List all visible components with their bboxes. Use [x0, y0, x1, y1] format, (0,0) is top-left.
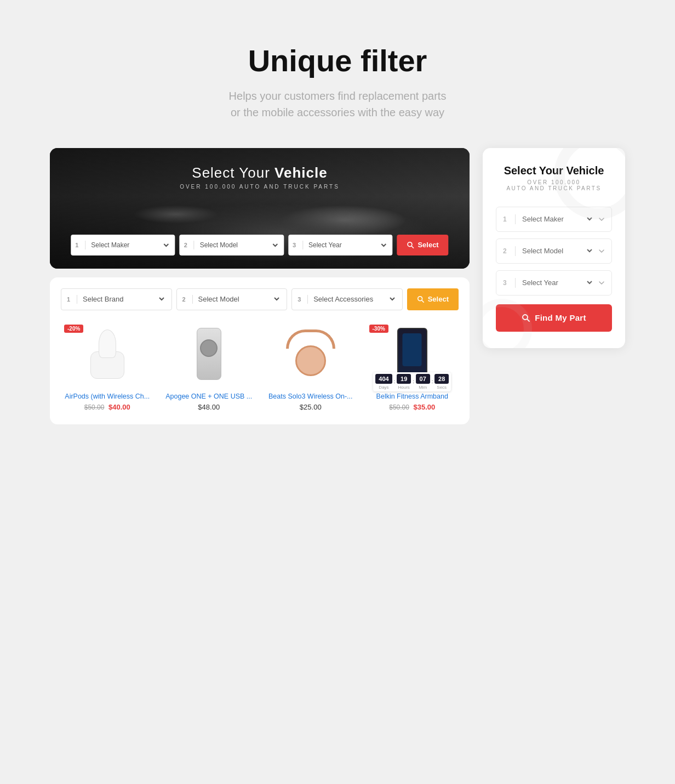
- timer-secs: 28 Secs: [434, 374, 449, 390]
- product-price-belkin: $50.00 $35.00: [366, 403, 459, 411]
- product-name-apogee: Apogee ONE + ONE USB ...: [163, 393, 256, 400]
- banner-model-num: 2: [184, 242, 191, 248]
- timer-days: 404 Days: [375, 374, 392, 390]
- banner-maker-select[interactable]: Select Maker: [89, 241, 170, 249]
- vehicle-banner-heading: Select Your Vehicle: [180, 164, 340, 181]
- svg-line-1: [411, 246, 414, 248]
- accessories-selects: 1 Select Brand 2 Select Model 3: [61, 288, 459, 310]
- card-maker-select[interactable]: Select Maker: [520, 214, 594, 224]
- product-name-airpods: AirPods (with Wireless Ch...: [61, 393, 154, 400]
- banner-year-wrapper: 3 Select Year: [288, 235, 392, 255]
- timer-hours: 19 Hours: [397, 374, 411, 390]
- acc-accessories-wrapper: 3 Select Accessories: [291, 288, 403, 310]
- card-year-row: 3 Select Year: [496, 270, 612, 296]
- acc-model-select[interactable]: Select Model: [196, 294, 282, 304]
- product-card-apogee[interactable]: Apogee ONE + ONE USB ... $48.00: [163, 321, 256, 411]
- vehicle-banner-sub: OVER 100.000 AUTO AND TRUCK PARTS: [180, 184, 340, 190]
- banner-search-icon: [407, 241, 414, 249]
- acc-brand-divider: [77, 295, 77, 304]
- acc-brand-num: 1: [67, 296, 73, 303]
- vehicle-banner-text: Select Your Vehicle OVER 100.000 AUTO AN…: [180, 164, 340, 190]
- card-model-row: 2 Select Model: [496, 238, 612, 264]
- card-model-select[interactable]: Select Model: [520, 246, 594, 255]
- timer-mins: 07 Mim: [416, 374, 430, 390]
- card-year-select[interactable]: Select Year: [520, 278, 594, 287]
- card-model-divider: [515, 246, 516, 256]
- acc-model-divider: [192, 295, 193, 304]
- svg-line-3: [421, 300, 424, 302]
- airpods-image: [85, 329, 129, 379]
- page-header: Unique filter Helps your customers find …: [229, 44, 447, 121]
- banner-year-num: 3: [293, 242, 299, 248]
- acc-brand-wrapper: 1 Select Brand: [61, 288, 172, 310]
- accessories-card: 1 Select Brand 2 Select Model 3: [50, 277, 470, 424]
- products-grid: -20% AirPods (with Wireless Ch... $50.00…: [61, 321, 459, 411]
- product-name-beats: Beats Solo3 Wireless On-...: [264, 393, 357, 400]
- apogee-image: [197, 328, 221, 380]
- vehicle-banner-selects: 1 Select Maker 2 Select Model 3: [71, 235, 448, 255]
- acc-accessories-select[interactable]: Select Accessories: [311, 294, 397, 304]
- acc-model-num: 2: [182, 296, 189, 303]
- timer-row: 404 Days : 19 Hours : 07 Mim: [373, 372, 451, 391]
- acc-model-wrapper: 2 Select Model: [176, 288, 288, 310]
- product-card-belkin[interactable]: -30% 404 Days : 19 Hours: [366, 321, 459, 411]
- banner-year-select[interactable]: Select Year: [306, 241, 388, 249]
- main-content: Select Your Vehicle OVER 100.000 AUTO AN…: [50, 148, 625, 424]
- acc-accessories-num: 3: [298, 296, 304, 303]
- vehicle-card-subtitle: OVER 100.000AUTO AND TRUCK PARTS: [496, 179, 612, 191]
- card-maker-divider: [515, 214, 516, 224]
- find-part-search-icon: [522, 314, 530, 322]
- product-img-belkin: 404 Days : 19 Hours : 07 Mim: [366, 321, 459, 387]
- card-maker-row: 1 Select Maker: [496, 207, 612, 232]
- banner-maker-num: 1: [75, 242, 82, 248]
- card-year-divider: [515, 278, 516, 288]
- product-img-beats: [264, 321, 357, 387]
- banner-model-select[interactable]: Select Model: [198, 241, 279, 249]
- banner-model-wrapper: 2 Select Model: [180, 235, 284, 255]
- right-column: Select Your Vehicle OVER 100.000AUTO AND…: [483, 148, 625, 348]
- product-price-airpods: $50.00 $40.00: [61, 403, 154, 411]
- find-part-button[interactable]: Find My Part: [496, 304, 612, 332]
- card-model-num: 2: [503, 247, 511, 255]
- product-price-apogee: $48.00: [163, 403, 256, 411]
- page-title: Unique filter: [229, 44, 447, 78]
- left-column: Select Your Vehicle OVER 100.000 AUTO AN…: [50, 148, 470, 424]
- product-card-beats[interactable]: Beats Solo3 Wireless On-... $25.00: [264, 321, 357, 411]
- acc-search-button[interactable]: Select: [407, 288, 459, 310]
- product-price-beats: $25.00: [264, 403, 357, 411]
- vehicle-selector-card: Select Your Vehicle OVER 100.000AUTO AND…: [483, 148, 625, 348]
- acc-brand-select[interactable]: Select Brand: [81, 294, 166, 304]
- acc-search-icon: [417, 296, 425, 303]
- product-badge-airpods: -20%: [64, 325, 83, 333]
- vehicle-card-title: Select Your Vehicle: [496, 164, 612, 177]
- product-card-airpods[interactable]: -20% AirPods (with Wireless Ch... $50.00…: [61, 321, 154, 411]
- banner-maker-wrapper: 1 Select Maker: [71, 235, 175, 255]
- banner-model-divider: [194, 241, 195, 249]
- page-subtitle: Helps your customers find replacement pa…: [229, 88, 447, 121]
- svg-point-4: [523, 315, 528, 320]
- vehicle-banner: Select Your Vehicle OVER 100.000 AUTO AN…: [50, 148, 470, 269]
- card-maker-chevron-icon: [598, 216, 605, 223]
- product-name-belkin: Belkin Fitness Armband: [366, 393, 459, 400]
- acc-accessories-divider: [307, 295, 308, 304]
- banner-year-divider: [302, 241, 303, 249]
- banner-search-button[interactable]: Select: [397, 235, 448, 255]
- card-model-chevron-icon: [598, 248, 605, 254]
- card-year-num: 3: [503, 279, 511, 287]
- beats-image: [284, 329, 336, 379]
- svg-line-5: [527, 319, 529, 321]
- card-maker-num: 1: [503, 215, 511, 223]
- banner-maker-divider: [85, 241, 85, 249]
- card-year-chevron-icon: [598, 280, 605, 286]
- product-img-apogee: [163, 321, 256, 387]
